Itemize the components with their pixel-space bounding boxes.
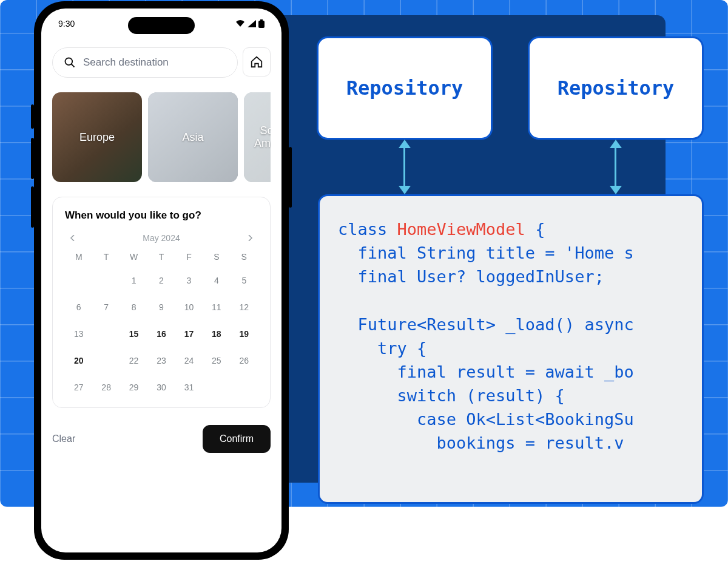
- calendar-day[interactable]: 4: [203, 273, 230, 288]
- calendar-day: [65, 273, 92, 288]
- calendar-day[interactable]: 30: [147, 379, 175, 395]
- phone-volume-up: [31, 138, 34, 179]
- home-icon: [250, 55, 263, 69]
- destination-cards: Europe Asia South America: [52, 92, 271, 182]
- calendar-day[interactable]: 1: [120, 273, 147, 288]
- repository-label: Repository: [558, 76, 675, 100]
- calendar-day[interactable]: 11: [203, 299, 230, 315]
- search-input[interactable]: Search destination: [52, 47, 238, 78]
- calendar-day[interactable]: 2: [147, 273, 175, 288]
- battery-icon: [258, 19, 265, 28]
- calendar-title: When would you like to go?: [65, 209, 258, 222]
- calendar-day[interactable]: 29: [120, 379, 147, 395]
- wifi-icon: [235, 20, 245, 27]
- calendar-day[interactable]: 21: [92, 353, 120, 369]
- svg-line-3: [72, 64, 75, 67]
- calendar-day[interactable]: 25: [203, 353, 230, 369]
- calendar-day: [231, 379, 258, 395]
- calendar-day[interactable]: 31: [175, 379, 203, 395]
- calendar-month: May 2024: [143, 233, 180, 243]
- calendar-day[interactable]: 10: [175, 299, 203, 315]
- calendar-day[interactable]: 18: [203, 326, 230, 342]
- calendar-dow: T: [92, 252, 120, 262]
- calendar-day[interactable]: 23: [147, 353, 175, 369]
- repository-label: Repository: [346, 76, 463, 100]
- phone-side-button: [31, 104, 34, 129]
- clear-button[interactable]: Clear: [52, 433, 75, 444]
- cellular-icon: [248, 20, 256, 27]
- calendar-day[interactable]: 17: [175, 326, 203, 342]
- calendar-day[interactable]: 12: [231, 299, 258, 315]
- calendar-dow: T: [147, 252, 175, 262]
- calendar-day[interactable]: 20: [65, 353, 92, 369]
- calendar-prev-button[interactable]: [65, 233, 81, 243]
- calendar-dow: F: [175, 252, 203, 262]
- confirm-button[interactable]: Confirm: [203, 425, 271, 453]
- destination-card-south-america[interactable]: South America: [244, 92, 271, 182]
- calendar-day[interactable]: 14: [92, 326, 120, 342]
- calendar-dow: S: [231, 252, 258, 262]
- calendar-day[interactable]: 28: [92, 379, 120, 395]
- phone-notch: [128, 17, 195, 34]
- search-placeholder: Search destination: [83, 56, 169, 69]
- calendar-day[interactable]: 8: [120, 299, 147, 315]
- calendar-dow: W: [120, 252, 147, 262]
- calendar-day[interactable]: 6: [65, 299, 92, 315]
- calendar-card: When would you like to go? May 2024 MTWT…: [52, 197, 271, 408]
- status-icons: [235, 19, 265, 28]
- home-button[interactable]: [243, 47, 271, 76]
- calendar-dow: M: [65, 252, 92, 262]
- calendar-day[interactable]: 24: [175, 353, 203, 369]
- destination-label: South America: [244, 124, 271, 150]
- phone-volume-down: [31, 186, 34, 228]
- calendar-day[interactable]: 13: [65, 326, 92, 342]
- svg-point-2: [66, 58, 73, 66]
- svg-rect-0: [258, 21, 265, 28]
- phone-power-button: [289, 147, 292, 208]
- search-icon: [64, 56, 76, 69]
- destination-card-asia[interactable]: Asia: [148, 92, 238, 182]
- destination-label: Europe: [79, 131, 115, 144]
- calendar-day[interactable]: 7: [92, 299, 120, 315]
- calendar-grid-wrap: MTWTFSS123456789101112131415161718192021…: [65, 252, 258, 395]
- calendar-day[interactable]: 19: [231, 326, 258, 342]
- repository-box-1: Repository: [317, 36, 493, 140]
- calendar-day[interactable]: 9: [147, 299, 175, 315]
- calendar-day[interactable]: 15: [120, 326, 147, 342]
- repository-box-2: Repository: [528, 36, 704, 140]
- calendar-day[interactable]: 3: [175, 273, 203, 288]
- phone-frame: 9:30 Search destination: [34, 1, 289, 560]
- calendar-day[interactable]: 26: [231, 353, 258, 369]
- calendar-day[interactable]: 16: [147, 326, 175, 342]
- bidirectional-arrow-icon: [615, 146, 616, 188]
- destination-label: Asia: [182, 131, 203, 144]
- calendar-day[interactable]: 5: [231, 273, 258, 288]
- svg-rect-1: [260, 19, 263, 21]
- calendar-next-button[interactable]: [242, 233, 258, 243]
- calendar-dow: S: [203, 252, 230, 262]
- calendar-day: [92, 273, 120, 288]
- phone-screen: 9:30 Search destination: [41, 8, 281, 552]
- status-time: 9:30: [58, 19, 75, 29]
- calendar-day: [203, 379, 230, 395]
- calendar-day[interactable]: 27: [65, 379, 92, 395]
- destination-card-europe[interactable]: Europe: [52, 92, 142, 182]
- code-viewmodel-panel: class HomeViewModel { final String title…: [318, 194, 704, 504]
- calendar-day[interactable]: 22: [120, 353, 147, 369]
- bidirectional-arrow-icon: [403, 146, 405, 188]
